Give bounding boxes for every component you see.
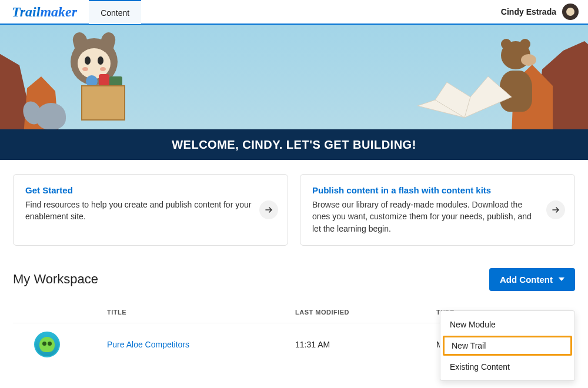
card-title: Publish content in a flash with content …: [312, 185, 542, 195]
col-modified: LAST MODIFIED: [295, 309, 436, 316]
logo-text-2: maker: [40, 4, 77, 19]
welcome-title: WELCOME, CINDY. LET'S GET BUILDING!: [0, 129, 588, 160]
dropdown-item-new-trail[interactable]: New Trail: [443, 336, 572, 356]
workspace-title: My Workspace: [13, 272, 98, 287]
user-menu[interactable]: Cindy Estrada: [501, 4, 579, 20]
user-name: Cindy Estrada: [501, 7, 556, 16]
avatar: [562, 4, 579, 20]
card-body: Browse our library of ready-made modules…: [312, 199, 542, 235]
row-modified: 11:31 AM: [295, 340, 436, 349]
dropdown-item-existing-content[interactable]: Existing Content: [440, 357, 574, 377]
card-content-kits[interactable]: Publish content in a flash with content …: [300, 174, 575, 246]
row-title-link[interactable]: Pure Aloe Competitors: [107, 340, 295, 349]
arrow-right-icon[interactable]: [546, 200, 565, 219]
dropdown-item-new-module[interactable]: New Module: [440, 315, 574, 335]
card-title: Get Started: [25, 185, 255, 195]
svg-marker-0: [417, 76, 512, 118]
logo: Trailmaker: [12, 4, 77, 20]
logo-text-1: Trail: [12, 4, 40, 19]
add-content-button[interactable]: Add Content: [489, 268, 575, 291]
app-header: Trailmaker Content Cindy Estrada: [0, 0, 588, 25]
arrow-right-icon[interactable]: [259, 200, 278, 219]
hero-illustration-right: [388, 25, 588, 129]
chevron-down-icon: [559, 277, 564, 281]
hero-banner: WELCOME, CINDY. LET'S GET BUILDING!: [0, 25, 588, 160]
col-title: TITLE: [107, 309, 295, 316]
hero-illustration-left: [0, 25, 171, 129]
module-icon: [34, 332, 60, 357]
add-content-label: Add Content: [500, 275, 553, 285]
add-content-dropdown: New Module New Trail Existing Content: [440, 310, 575, 381]
card-get-started[interactable]: Get Started Find resources to help you c…: [13, 174, 288, 246]
card-body: Find resources to help you create and pu…: [25, 199, 255, 223]
tab-content[interactable]: Content: [89, 0, 141, 24]
